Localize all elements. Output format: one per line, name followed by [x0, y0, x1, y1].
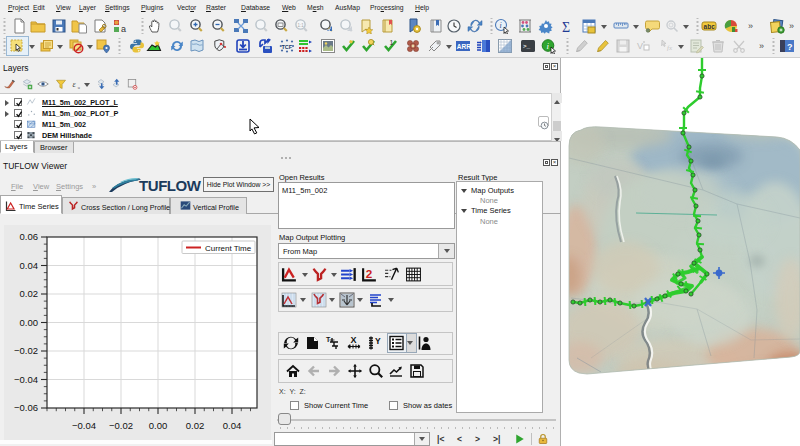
svg-text:a: a: [121, 24, 126, 34]
svg-text:u: u: [78, 86, 80, 90]
svg-text:0.06: 0.06: [20, 231, 39, 242]
svg-text:1: 1: [390, 39, 394, 46]
svg-text:Σ: Σ: [562, 20, 570, 35]
svg-text:0.04: 0.04: [223, 420, 242, 431]
svg-text:2: 2: [366, 267, 373, 280]
svg-text:−0.02: −0.02: [109, 420, 133, 431]
svg-text:fx: fx: [667, 44, 673, 52]
svg-text:0.02: 0.02: [186, 420, 205, 431]
svg-text:0.00: 0.00: [20, 317, 39, 328]
svg-text:?: ?: [787, 42, 793, 52]
svg-text:TUFLOW: TUFLOW: [139, 177, 202, 194]
svg-text:−0.02: −0.02: [14, 345, 38, 356]
svg-text:0.04: 0.04: [20, 260, 39, 271]
svg-text:X: X: [351, 335, 357, 345]
svg-text:0.02: 0.02: [20, 288, 39, 299]
svg-text:ARR: ARR: [457, 43, 471, 50]
svg-text:i: i: [499, 21, 501, 30]
svg-text:−0.06: −0.06: [14, 402, 38, 413]
svg-text:Current Time: Current Time: [205, 244, 252, 253]
svg-text:Y: Y: [375, 336, 381, 346]
svg-text:ε: ε: [73, 80, 77, 89]
svg-text:>_: >_: [523, 43, 531, 50]
svg-text:abc: abc: [704, 23, 716, 30]
svg-text:1:1: 1:1: [298, 23, 305, 28]
svg-text:V: V: [637, 41, 643, 51]
svg-text:TCF: TCF: [282, 44, 293, 50]
svg-text:0.00: 0.00: [149, 420, 168, 431]
svg-text:−0.04: −0.04: [72, 420, 96, 431]
svg-text:−0.04: −0.04: [14, 374, 38, 385]
